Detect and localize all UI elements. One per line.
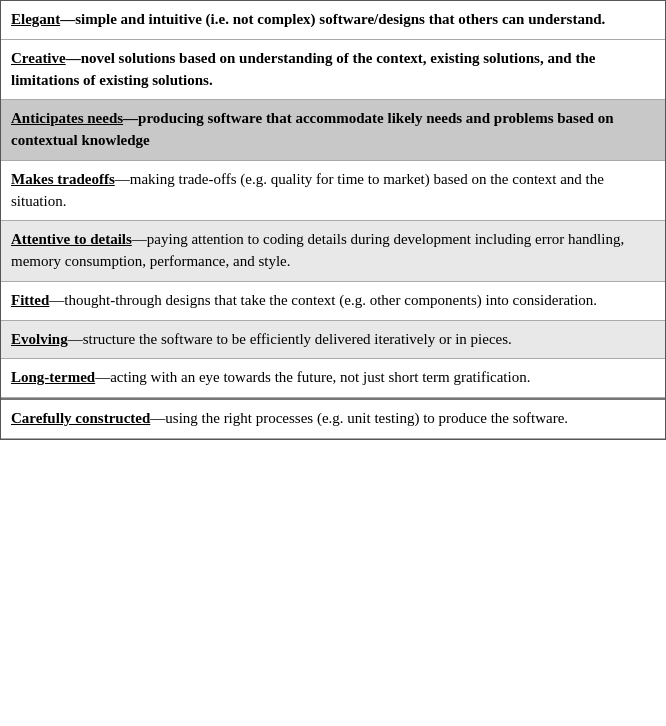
description-text: novel solutions based on understanding o… — [11, 50, 595, 88]
list-item: Makes tradeoffs—making trade-offs (e.g. … — [1, 161, 665, 222]
term-label: Elegant — [11, 11, 60, 27]
em-dash: — — [115, 171, 130, 187]
term-label: Attentive to details — [11, 231, 132, 247]
term-label: Creative — [11, 50, 66, 66]
description-text: using the right processes (e.g. unit tes… — [165, 410, 568, 426]
em-dash: — — [132, 231, 147, 247]
list-item: Anticipates needs—producing software tha… — [1, 100, 665, 161]
list-item: Attentive to details—paying attention to… — [1, 221, 665, 282]
term-label: Makes tradeoffs — [11, 171, 115, 187]
em-dash: — — [60, 11, 75, 27]
em-dash: — — [66, 50, 81, 66]
main-table: Elegant—simple and intuitive (i.e. not c… — [0, 0, 666, 440]
term-label: Fitted — [11, 292, 49, 308]
em-dash: — — [150, 410, 165, 426]
term-label: Anticipates needs — [11, 110, 123, 126]
list-item: Carefully constructed—using the right pr… — [1, 398, 665, 439]
em-dash: — — [123, 110, 138, 126]
term-label: Evolving — [11, 331, 68, 347]
description-text: thought-through designs that take the co… — [64, 292, 597, 308]
description-text: simple and intuitive (i.e. not complex) … — [75, 11, 605, 27]
list-item: Creative—novel solutions based on unders… — [1, 40, 665, 101]
description-text: acting with an eye towards the future, n… — [110, 369, 530, 385]
term-label: Carefully constructed — [11, 410, 150, 426]
list-item: Elegant—simple and intuitive (i.e. not c… — [1, 1, 665, 40]
em-dash: — — [68, 331, 83, 347]
description-text: structure the software to be efficiently… — [83, 331, 512, 347]
term-label: Long-termed — [11, 369, 95, 385]
em-dash: — — [49, 292, 64, 308]
em-dash: — — [95, 369, 110, 385]
list-item: Fitted—thought-through designs that take… — [1, 282, 665, 321]
list-item: Long-termed—acting with an eye towards t… — [1, 359, 665, 398]
list-item: Evolving—structure the software to be ef… — [1, 321, 665, 360]
